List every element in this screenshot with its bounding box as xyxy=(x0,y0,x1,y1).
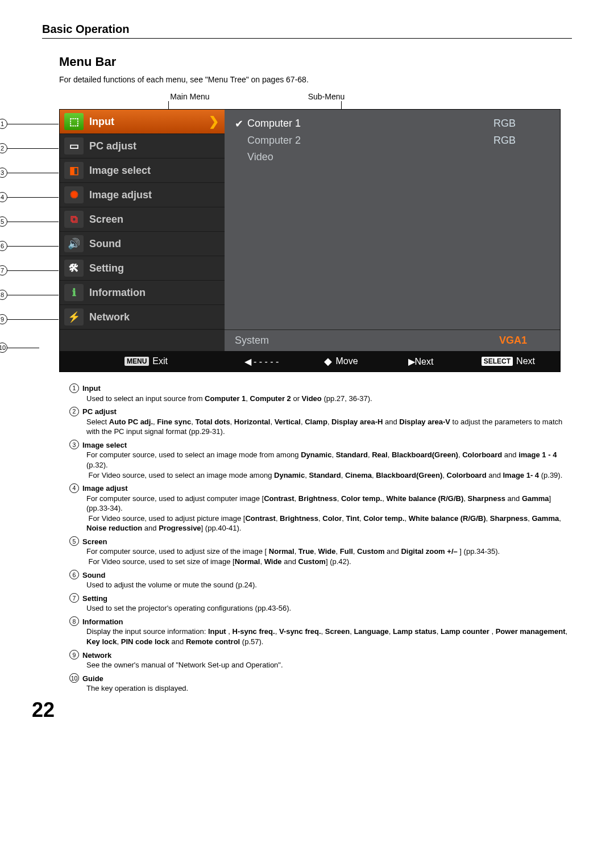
label-ticks xyxy=(42,101,572,109)
descriptions: 1InputUsed to select an input source fro… xyxy=(69,383,572,694)
desc-title: Sound xyxy=(82,571,105,579)
desc-body: Used to select an input source from Comp… xyxy=(86,394,572,404)
screen-icon: ⧉ xyxy=(64,211,84,228)
menu-badge: MENU xyxy=(125,357,149,366)
network-icon: ⚡ xyxy=(64,308,84,326)
main-menu-label: Main Menu xyxy=(110,92,269,101)
desc-item: 5ScreenFor computer source, used to adju… xyxy=(69,537,572,567)
menu-item-screen[interactable]: ⧉ Screen xyxy=(60,207,225,232)
pc-adjust-icon: ▭ xyxy=(64,137,84,155)
guide-left: ◀ - - - - - xyxy=(225,356,298,367)
desc-body: For computer source, used to select an i… xyxy=(86,450,572,480)
check-icon: ✔ xyxy=(235,118,247,130)
desc-title: Setting xyxy=(82,594,107,603)
desc-body: The key operation is displayed. xyxy=(86,683,572,694)
osd-screenshot: 1 2 3 4 5 6 7 8 9 10 ⬚ Input ❯ ▭ PC adju… xyxy=(59,109,561,372)
input-icon: ⬚ xyxy=(64,113,84,130)
sub-menu-panel: ✔ Computer 1 RGB Computer 2 RGB Video xyxy=(225,110,560,329)
menu-item-information[interactable]: ℹ Information xyxy=(60,281,225,305)
desc-item: 6SoundUsed to adjust the volume or mute … xyxy=(69,570,572,590)
desc-item: 1InputUsed to select an input source fro… xyxy=(69,383,572,403)
sub-item-computer1[interactable]: ✔ Computer 1 RGB xyxy=(235,115,550,132)
menu-item-image-select[interactable]: ◧ Image select xyxy=(60,158,225,183)
image-select-icon: ◧ xyxy=(64,162,84,179)
sub-menu-label: Sub-Menu xyxy=(269,92,383,101)
callout-5: 5 xyxy=(0,216,7,227)
desc-num: 6 xyxy=(69,570,79,579)
desc-body: See the owner's manual of "Network Set-u… xyxy=(86,660,572,670)
desc-body: Display the input source information: In… xyxy=(86,627,572,646)
desc-num: 2 xyxy=(69,407,79,416)
menu-item-network[interactable]: ⚡ Network xyxy=(60,305,225,329)
callout-3: 3 xyxy=(0,168,7,178)
sub-item-value: RGB xyxy=(493,118,516,130)
desc-item: 8InformationDisplay the input source inf… xyxy=(69,617,572,647)
desc-title: Screen xyxy=(82,537,107,546)
desc-num: 7 xyxy=(69,593,79,603)
menu-item-pc-adjust[interactable]: ▭ PC adjust xyxy=(60,134,225,158)
menu-item-label: Image select xyxy=(89,165,151,177)
menu-item-sound[interactable]: 🔊 Sound xyxy=(60,232,225,256)
menu-item-input[interactable]: ⬚ Input ❯ xyxy=(60,110,225,134)
desc-item: 4Image adjustFor computer source, used t… xyxy=(69,483,572,533)
menu-item-label: Screen xyxy=(89,214,123,226)
main-menu-list: ⬚ Input ❯ ▭ PC adjust ◧ Image select ✺ I… xyxy=(60,110,225,329)
desc-body: Select Auto PC adj., Fine sync, Total do… xyxy=(86,417,572,437)
system-row: System VGA1 xyxy=(60,329,560,351)
guide-exit: Exit xyxy=(152,356,168,366)
menu-item-label: Input xyxy=(89,116,114,128)
guide-bar: MENU Exit ◀ - - - - - ◆ Move ▶Next SELEC… xyxy=(60,351,560,372)
desc-num: 9 xyxy=(69,650,79,660)
desc-num: 1 xyxy=(69,383,79,393)
menu-item-setting[interactable]: 🛠 Setting xyxy=(60,256,225,281)
chevron-right-icon: ❯ xyxy=(209,114,219,129)
sound-icon: 🔊 xyxy=(64,235,84,252)
sub-item-label: Video xyxy=(247,151,550,163)
intro-text: For detailed functions of each menu, see… xyxy=(59,75,572,84)
desc-item: 2PC adjustSelect Auto PC adj., Fine sync… xyxy=(69,407,572,437)
guide-select-next: Next xyxy=(516,356,535,366)
desc-item: 10GuideThe key operation is displayed. xyxy=(69,674,572,694)
setting-icon: 🛠 xyxy=(64,260,84,277)
menu-column-labels: Main Menu Sub-Menu xyxy=(110,92,572,101)
desc-title: Image adjust xyxy=(82,484,127,493)
page-heading: Menu Bar xyxy=(59,55,572,69)
menu-item-label: Network xyxy=(89,311,130,323)
callout-9: 9 xyxy=(0,314,7,324)
desc-body: Used to set the projector's operating co… xyxy=(86,603,572,614)
menu-item-label: Sound xyxy=(89,238,121,250)
page-number: 22 xyxy=(32,698,572,722)
desc-num: 5 xyxy=(69,536,79,546)
sub-item-computer2[interactable]: Computer 2 RGB xyxy=(235,132,550,149)
menu-item-image-adjust[interactable]: ✺ Image adjust xyxy=(60,183,225,207)
desc-num: 8 xyxy=(69,616,79,626)
updown-icon: ◆ xyxy=(324,355,332,368)
guide-move: Move xyxy=(335,356,358,366)
desc-item: 3Image selectFor computer source, used t… xyxy=(69,440,572,480)
image-adjust-icon: ✺ xyxy=(64,186,84,203)
desc-body: Used to adjust the volume or mute the so… xyxy=(86,580,572,590)
desc-title: Input xyxy=(82,384,101,393)
desc-item: 9NetworkSee the owner's manual of "Netwo… xyxy=(69,650,572,670)
desc-title: Network xyxy=(82,651,111,660)
menu-item-label: Information xyxy=(89,287,146,299)
system-label: System xyxy=(235,335,499,347)
menu-item-label: PC adjust xyxy=(89,140,136,152)
sub-item-label: Computer 2 xyxy=(247,135,493,147)
callout-8: 8 xyxy=(0,290,7,300)
guide-next: ▶Next xyxy=(384,356,458,367)
callout-1: 1 xyxy=(0,119,7,129)
sub-item-label: Computer 1 xyxy=(247,118,493,130)
callout-7: 7 xyxy=(0,265,7,276)
callout-6: 6 xyxy=(0,241,7,251)
desc-title: PC adjust xyxy=(82,407,117,416)
sub-item-video[interactable]: Video xyxy=(235,149,550,165)
desc-title: Information xyxy=(82,617,123,626)
sub-item-value: RGB xyxy=(493,135,516,147)
select-badge: SELECT xyxy=(482,357,513,366)
desc-num: 3 xyxy=(69,440,79,449)
callout-4: 4 xyxy=(0,192,7,202)
callout-10: 10 xyxy=(0,343,7,353)
desc-num: 4 xyxy=(69,483,79,493)
desc-num: 10 xyxy=(69,673,79,683)
